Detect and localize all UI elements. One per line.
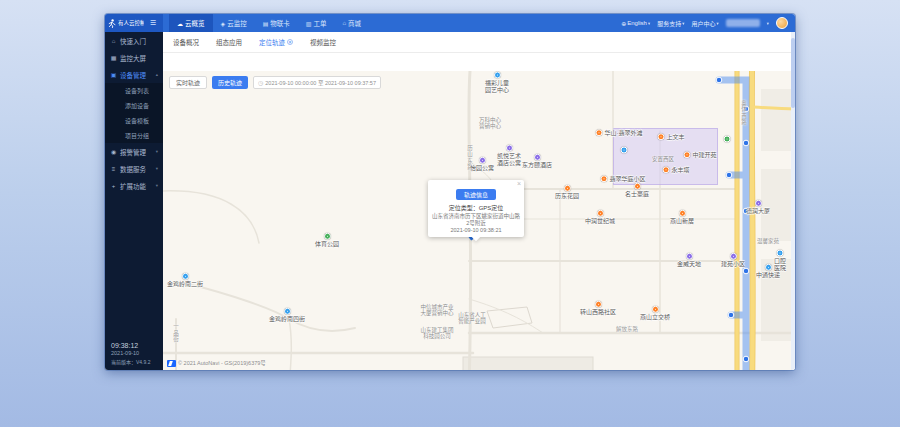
hamburger-icon[interactable]: ☰ [146, 19, 160, 27]
map-poi[interactable]: 永丰塔 [662, 166, 689, 174]
map-poi[interactable]: 建苑小区 [721, 253, 745, 268]
track-waypoint-marker[interactable] [743, 356, 749, 362]
scrollbar-thumb[interactable] [791, 38, 795, 108]
sidebar-item-device-list[interactable]: 设备列表 [105, 83, 163, 98]
datetime-range-value: 2021-09-10 00:00:00 至 2021-09-10 09:37:5… [265, 79, 376, 87]
nav-item-iot-card[interactable]: ▤物联卡 [255, 14, 298, 32]
popup-close-icon[interactable]: × [517, 180, 521, 187]
chevron-down-icon: ▾ [648, 21, 650, 26]
poi-dot-icon [283, 308, 290, 315]
map-poi[interactable] [724, 136, 731, 143]
username-masked[interactable] [726, 19, 760, 27]
tab-device-overview[interactable]: 设备概况 [173, 37, 199, 47]
poi-label: 燕山立交桥 [640, 314, 670, 321]
sidebar-item-quick-start[interactable]: ⌂快速入门 [105, 32, 163, 49]
track-waypoint-marker[interactable] [743, 268, 749, 274]
tab-video-monitor[interactable]: 视频监控 [310, 37, 336, 47]
sidebar-item-monitor-screen[interactable]: ▦监控大屏 [105, 49, 163, 66]
tab-close-icon[interactable]: × [287, 39, 293, 45]
map-poi[interactable]: 名士豪庭 [625, 183, 649, 198]
realtime-track-button[interactable]: 实时轨迹 [169, 76, 207, 89]
topbar: 有人云控制台 ☰ ☁云概览◈云监控▤物联卡▥工单⌂商城 ⊕English▾服务支… [105, 14, 795, 32]
clock-time: 09:38:12 [111, 342, 150, 349]
map-poi[interactable]: 华山·翡翠外滩 [596, 129, 643, 137]
road-label: 解放东路 [616, 325, 638, 333]
tab-label: 组态应用 [216, 37, 242, 47]
poi-label: 德润大厦 [746, 208, 770, 215]
main-content: 设备概况组态应用定位轨迹×视频监控 [163, 32, 795, 370]
tab-track[interactable]: 定位轨迹× [259, 37, 293, 47]
map-poi[interactable]: 福彩儿童 园艺中心 [485, 72, 509, 93]
nav-item-label: 云概览 [185, 18, 205, 28]
datetime-range-input[interactable]: ◷ 2021-09-10 00:00:00 至 2021-09-10 09:37… [253, 76, 381, 89]
popup-title-badge: 轨迹信息 [456, 189, 496, 200]
map-poi[interactable]: 燕山立交桥 [640, 306, 670, 321]
poi-dot-icon [505, 145, 512, 152]
map-poi[interactable]: 中建开苑 [683, 151, 716, 159]
sidebar-item-extensions[interactable]: +扩展功能▾ [105, 177, 163, 194]
poi-dot-icon [493, 72, 500, 79]
nav-item-mall[interactable]: ⌂商城 [334, 14, 369, 32]
map-text-label: 山东省人工 智能产业园 [458, 312, 486, 324]
sidebar-item-device-management[interactable]: ▣设备管理▴ [105, 66, 163, 83]
nav-item-cloud-overview[interactable]: ☁云概览 [169, 14, 213, 32]
map-poi[interactable]: 翡翠华庭小区 [600, 175, 645, 183]
tab-label: 视频监控 [310, 37, 336, 47]
map-poi[interactable]: 中润世纪城 [585, 210, 615, 225]
map-poi[interactable]: 金鸡岭南四街 [269, 308, 305, 323]
avatar[interactable] [776, 17, 788, 29]
map-poi[interactable]: 转山西路社区 [580, 301, 616, 316]
chevron-down-icon: ▾ [716, 21, 718, 26]
map-text-label: 安置西区 [652, 156, 674, 162]
sidebar-item-add-device[interactable]: 添加设备 [105, 98, 163, 113]
track-waypoint-marker[interactable] [726, 172, 732, 178]
map-poi[interactable]: 德润大厦 [746, 200, 770, 215]
topbar-user-center[interactable]: 用户中心▾ [691, 19, 718, 28]
map-canvas[interactable]: 福彩儿童 园艺中心万科中心 营销中心东方颐酒店凯悦艺术 酒店公寓怡园公寓体育公园… [163, 71, 795, 370]
clock-date: 2021-09-10 [111, 350, 150, 356]
poi-label: 中通快递 [756, 272, 780, 279]
nav-item-cloud-monitor[interactable]: ◈云监控 [213, 14, 255, 32]
map-poi[interactable]: 凯悦艺术 酒店公寓 [497, 145, 521, 166]
app-logo: 有人云控制台 ☰ [105, 14, 163, 32]
map-poi[interactable]: 东方颐酒店 [522, 154, 552, 169]
poi-dot-icon [478, 157, 485, 164]
map-poi[interactable]: 上文丰 [657, 133, 684, 141]
topbar-right: ⊕English▾服务支持▾用户中心▾▾ [621, 14, 795, 32]
work-order-icon: ▥ [306, 20, 312, 27]
track-waypoint-marker[interactable] [716, 77, 722, 83]
poi-dot-icon [323, 233, 330, 240]
map-poi[interactable]: 怡园公寓 [470, 157, 494, 172]
sidebar-item-alarm-management[interactable]: ◉报警管理▾ [105, 143, 163, 160]
map-poi[interactable]: 金威天地 [677, 253, 701, 268]
poi-dot-icon [657, 134, 664, 141]
map-poi[interactable]: 燕山新居 [670, 210, 694, 225]
poi-label: 燕山新居 [670, 218, 694, 225]
nav-item-work-order[interactable]: ▥工单 [298, 14, 335, 32]
map-poi[interactable]: 中通快递 [756, 264, 780, 279]
sidebar-item-device-template[interactable]: 设备模板 [105, 113, 163, 128]
sidebar-item-project-group[interactable]: 项目分组 [105, 128, 163, 143]
sidebar-item-data-service[interactable]: ≡数据服务▾ [105, 160, 163, 177]
map-poi[interactable]: 历东花园 [555, 185, 579, 200]
extensions-icon: + [110, 183, 117, 189]
sidebar-item-label: 数据服务 [120, 164, 146, 174]
vertical-scrollbar[interactable] [791, 32, 795, 370]
map-attribution: © 2021 AutoNavi - GS(2019)6379号 [167, 359, 266, 367]
track-waypoint-marker[interactable] [743, 140, 749, 146]
map-poi[interactable] [621, 147, 628, 154]
poi-dot-icon [621, 147, 628, 154]
poi-label: 东方颐酒店 [522, 162, 552, 169]
topbar-support[interactable]: 服务支持▾ [657, 19, 684, 28]
chevron-icon: ▾ [156, 166, 158, 171]
map-poi[interactable]: 体育公园 [315, 233, 339, 248]
topbar-language[interactable]: ⊕English▾ [621, 20, 650, 27]
sidebar-item-label: 报警管理 [120, 147, 146, 157]
map-poi[interactable]: 金鸡岭南二街 [167, 273, 203, 288]
poi-label: 转山西路社区 [580, 309, 616, 316]
poi-label: 凯悦艺术 酒店公寓 [497, 153, 521, 166]
history-track-button[interactable]: 历史轨迹 [212, 76, 248, 89]
track-waypoint-marker[interactable] [728, 312, 734, 318]
tab-config-app[interactable]: 组态应用 [216, 37, 242, 47]
poi-label: 金威天地 [677, 261, 701, 268]
